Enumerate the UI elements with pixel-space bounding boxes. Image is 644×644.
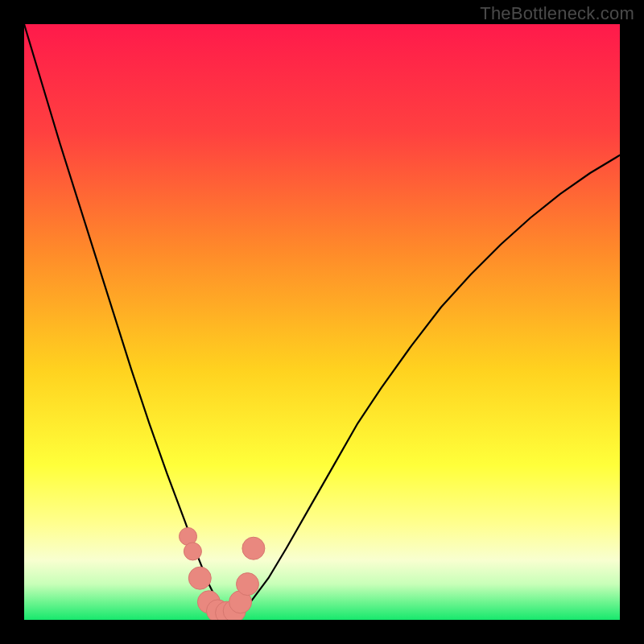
- watermark-text: TheBottleneck.com: [480, 3, 634, 24]
- chart-frame: [0, 0, 644, 644]
- curve-marker: [237, 573, 259, 596]
- curve-marker: [242, 537, 265, 559]
- curve-marker: [188, 567, 211, 589]
- plot-area: [24, 24, 620, 620]
- bottleneck-curve: [24, 24, 620, 620]
- curve-marker: [184, 543, 201, 560]
